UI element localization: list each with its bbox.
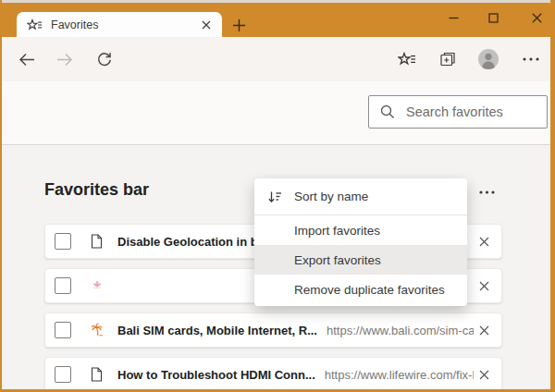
window-border: [550, 0, 555, 392]
favorite-url: https://www.lifewire.com/fix-hd...: [325, 368, 474, 382]
menu-item-remove-duplicate-favorites[interactable]: Remove duplicate favorites: [254, 275, 467, 304]
back-icon[interactable]: [16, 48, 38, 70]
close-window-icon[interactable]: [523, 7, 550, 28]
remove-favorite-icon[interactable]: [474, 320, 494, 340]
lotus-icon: [90, 278, 105, 293]
menu-item-label: Sort by name: [294, 190, 368, 203]
favorites-context-menu: Sort by name Import favorites Export fav…: [254, 178, 467, 306]
tab-title: Favorites: [51, 18, 198, 31]
titlebar: Favorites: [0, 0, 555, 37]
favorite-url: https://www.bali.com/sim-cards-...: [327, 324, 474, 337]
favorite-title: Bali SIM cards, Mobile Internet, R...: [117, 324, 317, 337]
settings-more-icon[interactable]: [519, 48, 543, 70]
favorites-bar-more-icon[interactable]: [472, 182, 501, 202]
page-icon: [90, 367, 105, 382]
profile-avatar[interactable]: [476, 47, 500, 71]
favorite-row[interactable]: How to Troubleshoot HDMI Conn... https:/…: [44, 357, 502, 392]
menu-item-label: Remove duplicate favorites: [294, 283, 445, 297]
window-border: [0, 0, 2, 392]
favorite-checkbox[interactable]: [55, 233, 71, 250]
search-input[interactable]: [404, 104, 555, 120]
collections-icon[interactable]: [437, 48, 459, 70]
tab-close-icon[interactable]: [198, 17, 215, 33]
minimize-icon[interactable]: [439, 7, 467, 28]
menu-item-label: Export favorites: [294, 253, 381, 267]
favorite-title: How to Troubleshoot HDMI Conn...: [117, 368, 315, 382]
forward-icon[interactable]: [53, 48, 75, 70]
favorites-search-box[interactable]: [368, 95, 548, 129]
page-icon: [90, 234, 105, 249]
new-tab-icon[interactable]: [229, 16, 248, 34]
favorites-star-icon: [27, 18, 43, 31]
sort-icon: [267, 190, 282, 204]
remove-favorite-icon[interactable]: [474, 231, 494, 251]
favorite-checkbox[interactable]: [55, 366, 71, 383]
favorites-page-header: Favorites: [0, 81, 555, 145]
search-icon: [380, 104, 395, 119]
remove-favorite-icon[interactable]: [474, 364, 494, 385]
remove-favorite-icon[interactable]: [474, 276, 494, 296]
favorite-checkbox[interactable]: [55, 322, 71, 338]
section-title: Favorites bar: [44, 180, 149, 200]
menu-item-sort-by-name[interactable]: Sort by name: [254, 178, 467, 214]
browser-window: Favorites: [0, 0, 555, 392]
menu-item-import-favorites[interactable]: Import favorites: [254, 215, 467, 245]
maximize-icon[interactable]: [479, 7, 507, 28]
navigation-toolbar: Edge | edge://favorites...: [0, 37, 555, 81]
favorites-hub-icon[interactable]: [396, 48, 418, 70]
favorite-row[interactable]: Bali SIM cards, Mobile Internet, R... ht…: [44, 312, 502, 348]
refresh-icon[interactable]: [93, 48, 116, 70]
favorite-checkbox[interactable]: [55, 277, 71, 294]
menu-item-export-favorites[interactable]: Export favorites: [254, 245, 467, 275]
window-top-edge: [0, 0, 555, 3]
browser-tab[interactable]: Favorites: [17, 12, 222, 37]
palm-tree-icon: [90, 323, 105, 337]
menu-item-label: Import favorites: [294, 224, 380, 238]
